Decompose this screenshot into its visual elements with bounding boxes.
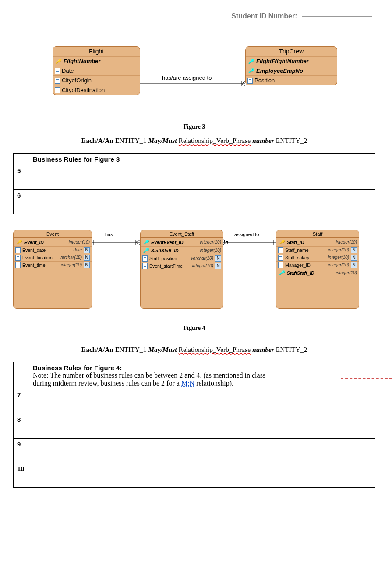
attr-staff-staffstaff-id: StaffStaff_ID integer(10) [276,269,359,277]
comment-dashed-line [341,378,392,379]
nullable-icon: N [215,263,221,269]
figure4-diagram: Event Event_ID integer(10) Event_date da… [13,230,375,318]
attr-cityoforigin: CityofOrigin [53,75,140,85]
foreign-key-icon [278,269,285,276]
foreign-key-icon [247,67,254,74]
table-row: 8 [14,414,375,439]
fig3-relationship-label: has/are assigned to [162,74,212,81]
attr-flightflightnumber: FlightFlightNumber [246,56,337,66]
entity-staff-title: Staff [276,230,359,238]
row-number: 8 [14,414,29,439]
entity-tripcrew-title: TripCrew [246,47,337,56]
figure4-caption: Figure 4 [13,325,375,332]
entity-staff: Staff Staff_ID integer(10) Staff_name in… [276,230,359,309]
foreign-key-icon [247,58,254,65]
column-icon [15,247,21,253]
entity-event-title: Event [14,230,92,238]
student-id-header: Student ID Number: [13,9,375,20]
key-icon [278,239,285,246]
entity-flight-title: Flight [53,47,140,56]
entity-event-staff-title: Event_Staff [141,230,223,238]
entity-event: Event Event_ID integer(10) Event_date da… [13,230,92,309]
rules-table-figure4: Business Rules for Figure 4: Note: The n… [13,362,375,488]
sentence-template-2: Each/A/An ENTITY_1 May/Must Relationship… [13,345,375,354]
column-icon [278,247,283,253]
table-row: 7 [14,389,375,414]
attr-flightnumber: FlightNumber [53,56,140,66]
column-icon [142,255,148,262]
column-icon [55,87,60,93]
table3-header-row: Business Rules for Figure 3 [14,153,375,165]
foreign-key-icon [142,239,149,246]
attr-staff-name: Staff_name integer(10) N [276,246,359,254]
fig4-rel-assigned: assigned to [234,232,259,237]
student-id-label: Student ID Number: [231,12,297,20]
row-content[interactable] [29,414,375,439]
figure3-caption: Figure 3 [13,124,375,131]
row-content[interactable] [29,439,375,463]
row-content[interactable] [29,463,375,488]
attr-eventevent-id: EventEvent_ID integer(10) [141,238,223,246]
table-row: 9 [14,439,375,463]
attr-event-starttime: Event_startTime integer(10) N [141,262,223,269]
student-id-blank-line [302,16,372,17]
attr-employeeempno: EmployeeEmpNo [246,66,337,75]
row-number: 6 [14,189,29,214]
foreign-key-icon [142,247,149,254]
fig4-connector-assigned [223,238,276,247]
figure3-diagram: Flight FlightNumber Date CityofOrigin Ci… [13,46,375,117]
attr-staff-salary: Staff_salary integer(10) N [276,254,359,261]
nullable-icon: N [84,262,90,268]
attr-cityofdestination: CityofDestination [53,85,140,95]
attr-staff-id: Staff_ID integer(10) [276,238,359,246]
mn-link: M:N [181,379,194,387]
entity-event-staff: Event_Staff EventEvent_ID integer(10) St… [140,230,223,309]
entity-tripcrew: TripCrew FlightFlightNumber EmployeeEmpN… [245,46,337,85]
attr-event-location: Event_location varchar(15) N [14,254,92,261]
entity-flight: Flight FlightNumber Date CityofOrigin Ci… [53,46,140,95]
table4-header-cell: Business Rules for Figure 4: Note: The n… [29,362,375,389]
row-number: 5 [14,165,29,189]
attr-event-date: Event_date date N [14,246,92,254]
row-content[interactable] [29,389,375,414]
key-icon [55,58,62,65]
row-content[interactable] [29,189,375,214]
nullable-icon: N [351,247,357,253]
column-icon [15,255,21,261]
svg-line-8 [136,240,140,242]
column-icon [55,68,60,74]
svg-line-9 [136,242,140,245]
svg-line-3 [242,81,245,84]
column-icon [278,262,283,268]
column-icon [278,255,283,261]
attr-staffstaff-id: StaffStaff_ID integer(10) [141,246,223,255]
table-row: 10 [14,463,375,488]
nullable-icon: N [84,255,90,261]
column-icon [15,262,21,268]
table-row: 5 [14,165,375,189]
svg-line-4 [242,84,245,86]
column-icon [142,263,148,269]
attr-manager-id: Manager_ID integer(10) N [276,261,359,269]
svg-point-11 [224,241,228,244]
rules-table-figure3: Business Rules for Figure 3 5 6 [13,153,375,214]
nullable-icon: N [215,255,221,262]
row-number: 7 [14,389,29,414]
svg-line-13 [223,242,228,245]
attr-staff-position: Staff_position varchar(10) N [141,255,223,262]
fig4-connector-has [92,238,140,247]
table3-header-cell: Business Rules for Figure 3 [29,153,375,165]
table-row: 6 [14,189,375,214]
key-icon [15,239,22,246]
svg-line-12 [223,240,228,242]
attr-position: Position [246,75,337,85]
table4-header-row: Business Rules for Figure 4: Note: The n… [14,362,375,389]
row-content[interactable] [29,165,375,189]
nullable-icon: N [351,262,357,268]
fig4-rel-has: has [105,232,113,237]
attr-event-time: Event_time integer(10) N [14,261,92,269]
row-number: 10 [14,463,29,488]
attr-date: Date [53,66,140,75]
column-icon [247,78,253,84]
nullable-icon: N [84,247,90,253]
